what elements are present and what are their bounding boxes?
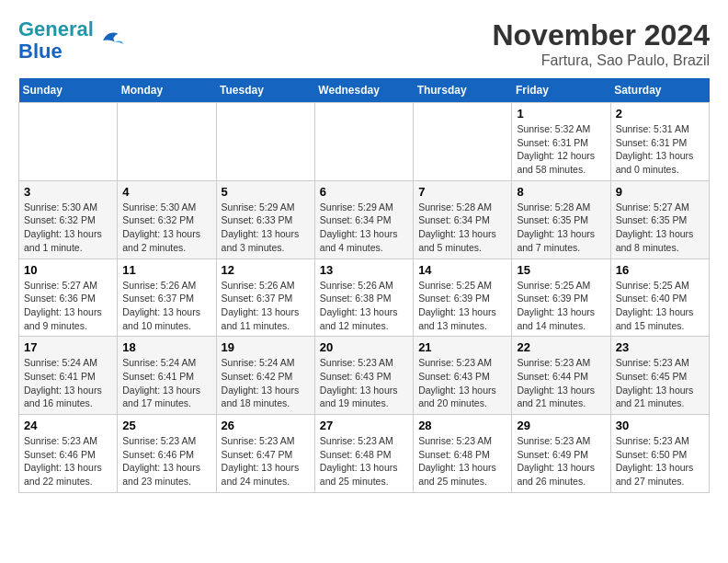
day-number: 8	[517, 185, 605, 199]
day-number: 30	[616, 419, 704, 432]
logo-bird-icon	[97, 27, 125, 54]
calendar-week-row: 1Sunrise: 5:32 AMSunset: 6:31 PMDaylight…	[19, 103, 710, 181]
day-info: Sunrise: 5:23 AMSunset: 6:46 PMDaylight:…	[24, 434, 112, 488]
calendar-cell: 30Sunrise: 5:23 AMSunset: 6:50 PMDayligh…	[610, 415, 709, 493]
day-info: Sunrise: 5:23 AMSunset: 6:43 PMDaylight:…	[320, 356, 408, 410]
day-number: 10	[24, 263, 112, 277]
weekday-header: Saturday	[610, 78, 709, 103]
day-info: Sunrise: 5:23 AMSunset: 6:48 PMDaylight:…	[418, 434, 506, 488]
day-info: Sunrise: 5:30 AMSunset: 6:32 PMDaylight:…	[122, 201, 210, 255]
calendar-cell: 8Sunrise: 5:28 AMSunset: 6:35 PMDaylight…	[512, 180, 610, 259]
calendar-cell: 1Sunrise: 5:32 AMSunset: 6:31 PMDaylight…	[512, 103, 610, 181]
header: GeneralBlue November 2024 Fartura, Sao P…	[18, 18, 710, 69]
day-number: 6	[320, 185, 408, 199]
day-number: 1	[517, 107, 605, 121]
day-number: 15	[517, 263, 605, 277]
day-number: 19	[222, 340, 310, 354]
day-info: Sunrise: 5:23 AMSunset: 6:43 PMDaylight:…	[418, 356, 506, 410]
calendar-cell: 14Sunrise: 5:25 AMSunset: 6:39 PMDayligh…	[414, 259, 512, 337]
weekday-header: Wednesday	[314, 78, 413, 103]
calendar-cell: 28Sunrise: 5:23 AMSunset: 6:48 PMDayligh…	[414, 415, 512, 493]
calendar-cell: 12Sunrise: 5:26 AMSunset: 6:37 PMDayligh…	[216, 259, 314, 337]
day-number: 27	[320, 419, 408, 432]
day-info: Sunrise: 5:23 AMSunset: 6:45 PMDaylight:…	[616, 356, 704, 410]
weekday-header: Monday	[118, 78, 216, 103]
day-number: 11	[122, 263, 210, 277]
day-info: Sunrise: 5:25 AMSunset: 6:39 PMDaylight:…	[418, 279, 506, 333]
weekday-header: Tuesday	[216, 78, 314, 103]
day-number: 18	[122, 340, 210, 354]
logo-text: GeneralBlue	[18, 18, 94, 63]
calendar-cell: 24Sunrise: 5:23 AMSunset: 6:46 PMDayligh…	[19, 415, 118, 493]
calendar-cell: 29Sunrise: 5:23 AMSunset: 6:49 PMDayligh…	[512, 415, 610, 493]
day-number: 5	[222, 185, 310, 199]
day-info: Sunrise: 5:30 AMSunset: 6:32 PMDaylight:…	[24, 201, 112, 255]
location-title: Fartura, Sao Paulo, Brazil	[492, 52, 710, 69]
calendar-week-row: 17Sunrise: 5:24 AMSunset: 6:41 PMDayligh…	[19, 337, 710, 415]
day-info: Sunrise: 5:23 AMSunset: 6:47 PMDaylight:…	[222, 434, 310, 488]
calendar-cell: 17Sunrise: 5:24 AMSunset: 6:41 PMDayligh…	[19, 337, 118, 415]
calendar-table: SundayMondayTuesdayWednesdayThursdayFrid…	[18, 78, 710, 493]
day-number: 16	[616, 263, 704, 277]
calendar-cell: 2Sunrise: 5:31 AMSunset: 6:31 PMDaylight…	[610, 103, 709, 181]
day-number: 21	[418, 340, 506, 354]
day-info: Sunrise: 5:23 AMSunset: 6:48 PMDaylight:…	[320, 434, 408, 488]
day-number: 7	[418, 185, 506, 199]
day-info: Sunrise: 5:26 AMSunset: 6:37 PMDaylight:…	[122, 279, 210, 333]
day-info: Sunrise: 5:23 AMSunset: 6:50 PMDaylight:…	[616, 434, 704, 488]
day-info: Sunrise: 5:25 AMSunset: 6:39 PMDaylight:…	[517, 279, 605, 333]
day-number: 13	[320, 263, 408, 277]
calendar-cell	[118, 103, 216, 181]
day-info: Sunrise: 5:23 AMSunset: 6:44 PMDaylight:…	[517, 356, 605, 410]
day-info: Sunrise: 5:32 AMSunset: 6:31 PMDaylight:…	[517, 122, 605, 177]
weekday-header: Thursday	[414, 78, 512, 103]
calendar-cell: 16Sunrise: 5:25 AMSunset: 6:40 PMDayligh…	[610, 259, 709, 337]
day-info: Sunrise: 5:23 AMSunset: 6:49 PMDaylight:…	[517, 434, 605, 488]
day-number: 20	[320, 340, 408, 354]
day-info: Sunrise: 5:26 AMSunset: 6:37 PMDaylight:…	[222, 279, 310, 333]
calendar-cell: 25Sunrise: 5:23 AMSunset: 6:46 PMDayligh…	[118, 415, 216, 493]
calendar-week-row: 3Sunrise: 5:30 AMSunset: 6:32 PMDaylight…	[19, 180, 710, 259]
weekday-header: Sunday	[19, 78, 118, 103]
calendar-cell: 13Sunrise: 5:26 AMSunset: 6:38 PMDayligh…	[314, 259, 413, 337]
calendar-week-row: 24Sunrise: 5:23 AMSunset: 6:46 PMDayligh…	[19, 415, 710, 493]
day-number: 17	[24, 340, 112, 354]
calendar-header: SundayMondayTuesdayWednesdayThursdayFrid…	[19, 78, 710, 103]
day-number: 4	[122, 185, 210, 199]
day-info: Sunrise: 5:28 AMSunset: 6:35 PMDaylight:…	[517, 201, 605, 255]
day-info: Sunrise: 5:24 AMSunset: 6:41 PMDaylight:…	[24, 356, 112, 410]
day-number: 28	[418, 419, 506, 432]
day-number: 23	[616, 340, 704, 354]
calendar-cell: 18Sunrise: 5:24 AMSunset: 6:41 PMDayligh…	[118, 337, 216, 415]
day-info: Sunrise: 5:26 AMSunset: 6:38 PMDaylight:…	[320, 279, 408, 333]
day-number: 29	[517, 419, 605, 432]
day-number: 25	[122, 419, 210, 432]
calendar-cell: 5Sunrise: 5:29 AMSunset: 6:33 PMDaylight…	[216, 180, 314, 259]
day-info: Sunrise: 5:28 AMSunset: 6:34 PMDaylight:…	[418, 201, 506, 255]
day-number: 2	[616, 107, 704, 121]
calendar-cell	[19, 103, 118, 181]
day-number: 12	[222, 263, 310, 277]
calendar-cell: 6Sunrise: 5:29 AMSunset: 6:34 PMDaylight…	[314, 180, 413, 259]
day-info: Sunrise: 5:29 AMSunset: 6:33 PMDaylight:…	[222, 201, 310, 255]
calendar-cell: 23Sunrise: 5:23 AMSunset: 6:45 PMDayligh…	[610, 337, 709, 415]
calendar-cell: 9Sunrise: 5:27 AMSunset: 6:35 PMDaylight…	[610, 180, 709, 259]
calendar-cell: 11Sunrise: 5:26 AMSunset: 6:37 PMDayligh…	[118, 259, 216, 337]
day-info: Sunrise: 5:31 AMSunset: 6:31 PMDaylight:…	[616, 122, 704, 177]
day-number: 24	[24, 419, 112, 432]
day-number: 9	[616, 185, 704, 199]
calendar-cell	[414, 103, 512, 181]
day-info: Sunrise: 5:25 AMSunset: 6:40 PMDaylight:…	[616, 279, 704, 333]
calendar-cell: 19Sunrise: 5:24 AMSunset: 6:42 PMDayligh…	[216, 337, 314, 415]
month-title: November 2024	[492, 18, 710, 52]
day-info: Sunrise: 5:27 AMSunset: 6:36 PMDaylight:…	[24, 279, 112, 333]
day-number: 26	[222, 419, 310, 432]
calendar-cell: 7Sunrise: 5:28 AMSunset: 6:34 PMDaylight…	[414, 180, 512, 259]
calendar-cell: 3Sunrise: 5:30 AMSunset: 6:32 PMDaylight…	[19, 180, 118, 259]
calendar-cell: 22Sunrise: 5:23 AMSunset: 6:44 PMDayligh…	[512, 337, 610, 415]
day-info: Sunrise: 5:27 AMSunset: 6:35 PMDaylight:…	[616, 201, 704, 255]
day-info: Sunrise: 5:24 AMSunset: 6:42 PMDaylight:…	[222, 356, 310, 410]
day-info: Sunrise: 5:24 AMSunset: 6:41 PMDaylight:…	[122, 356, 210, 410]
calendar-cell	[314, 103, 413, 181]
calendar-cell	[216, 103, 314, 181]
